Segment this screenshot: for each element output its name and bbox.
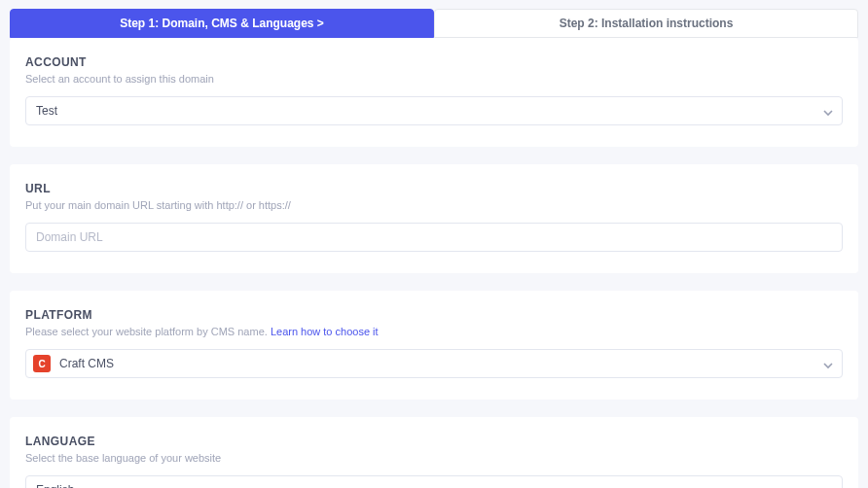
- url-title: URL: [25, 182, 843, 195]
- account-select[interactable]: Test: [25, 96, 843, 125]
- tab-step-2[interactable]: Step 2: Installation instructions: [434, 9, 858, 38]
- tab-step-1[interactable]: Step 1: Domain, CMS & Languages >: [10, 9, 434, 38]
- platform-desc-text: Please select your website platform by C…: [25, 326, 271, 337]
- step-tabs: Step 1: Domain, CMS & Languages > Step 2…: [0, 0, 868, 38]
- account-desc: Select an account to assign this domain: [25, 73, 843, 85]
- language-title: LANGUAGE: [25, 435, 843, 448]
- language-select-wrap: English: [25, 475, 843, 488]
- account-card: ACCOUNT Select an account to assign this…: [10, 38, 858, 147]
- platform-select-value: Craft CMS: [59, 357, 114, 370]
- url-card: URL Put your main domain URL starting wi…: [10, 164, 858, 273]
- url-desc: Put your main domain URL starting with h…: [25, 199, 843, 211]
- language-select[interactable]: English: [25, 475, 843, 488]
- language-card: LANGUAGE Select the base language of you…: [10, 417, 858, 488]
- platform-select[interactable]: C Craft CMS: [25, 349, 843, 378]
- craft-cms-icon: C: [33, 355, 51, 372]
- language-desc: Select the base language of your website: [25, 452, 843, 464]
- domain-url-input[interactable]: [25, 223, 843, 252]
- platform-desc: Please select your website platform by C…: [25, 326, 843, 337]
- account-title: ACCOUNT: [25, 55, 843, 69]
- platform-learn-link[interactable]: Learn how to choose it: [271, 326, 379, 337]
- platform-card: PLATFORM Please select your website plat…: [10, 291, 858, 400]
- account-select-value: Test: [36, 104, 57, 118]
- platform-title: PLATFORM: [25, 308, 843, 322]
